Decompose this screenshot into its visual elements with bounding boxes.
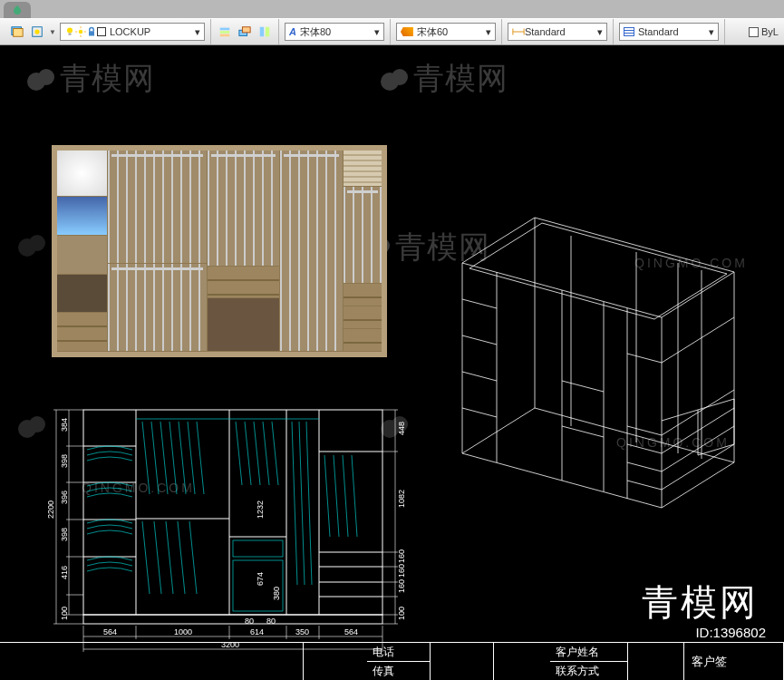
bylayer-toggle[interactable]: ByL xyxy=(749,26,780,37)
lightbulb-icon xyxy=(64,26,75,37)
svg-point-4 xyxy=(67,28,73,34)
textstyle-selector-1[interactable]: A 宋体80 ▾ xyxy=(285,23,384,41)
dim-overall-h: 2200 xyxy=(46,500,55,519)
layer-state-group xyxy=(211,19,279,44)
leaf-icon xyxy=(12,5,23,15)
window-tab-bar xyxy=(0,0,784,18)
svg-text:384: 384 xyxy=(60,418,69,432)
watermark xyxy=(18,227,51,262)
dimstyle-group-2: Standard ▾ xyxy=(614,19,725,44)
textstyle-selector-2[interactable]: 宋体60 ▾ xyxy=(396,23,496,41)
checkbox-icon xyxy=(749,27,759,37)
fax-label: 传真 xyxy=(367,662,431,680)
svg-text:160: 160 xyxy=(397,549,406,563)
drawing-titleblock: 电话 传真 客户姓名 联系方式 客户签 xyxy=(0,642,784,680)
wardrobe-render-image xyxy=(52,145,387,357)
layer-selector[interactable]: LOCKUP ▾ xyxy=(60,23,205,41)
layer-name: LOCKUP xyxy=(110,26,150,37)
contact-label: 联系方式 xyxy=(550,662,628,680)
dimstyle-1-value: Standard xyxy=(525,26,566,37)
svg-text:100: 100 xyxy=(60,607,69,620)
svg-text:416: 416 xyxy=(60,566,69,579)
watermark: 青模网 xyxy=(27,58,155,100)
svg-text:80: 80 xyxy=(245,617,254,626)
svg-rect-11 xyxy=(89,31,94,35)
bylayer-label: ByL xyxy=(761,26,779,37)
chevron-down-icon: ▾ xyxy=(189,26,200,38)
textstyle-icon: A xyxy=(289,26,296,37)
svg-rect-16 xyxy=(242,27,250,33)
brand-logo-large: 青模网 xyxy=(642,578,759,627)
svg-text:1000: 1000 xyxy=(174,627,192,636)
layer-color-swatch xyxy=(97,27,106,36)
dimstyle-selector-2[interactable]: Standard ▾ xyxy=(619,23,719,41)
svg-text:1232: 1232 xyxy=(256,500,265,519)
model-id: ID:1396802 xyxy=(695,625,766,640)
svg-rect-18 xyxy=(266,27,269,37)
drawing-canvas[interactable]: 青模网 青模网 青模网 QINGMO.COM QINGMO.COM QINGMO… xyxy=(0,45,784,680)
svg-text:160: 160 xyxy=(397,579,406,593)
layer-tools-group: ▼ LOCKUP ▾ xyxy=(4,19,211,44)
svg-text:398: 398 xyxy=(60,454,69,468)
wardrobe-elevation-drawing: 2200 384 398 396 398 416 100 448 1082 16… xyxy=(29,392,419,664)
textstyle-group-2: 宋体60 ▾ xyxy=(391,19,502,44)
svg-text:1082: 1082 xyxy=(397,490,406,508)
chevron-down-icon: ▾ xyxy=(480,26,491,38)
textstyle-1-value: 宋体80 xyxy=(300,25,331,39)
layer-match-button[interactable] xyxy=(256,24,273,40)
svg-text:396: 396 xyxy=(60,491,69,504)
chevron-down-icon: ▾ xyxy=(592,26,603,38)
dropdown-caret-icon[interactable]: ▼ xyxy=(49,28,56,36)
svg-text:160: 160 xyxy=(397,564,406,578)
customer-name-label: 客户姓名 xyxy=(550,643,628,661)
svg-point-3 xyxy=(34,29,39,34)
svg-text:80: 80 xyxy=(266,617,276,626)
chevron-down-icon: ▾ xyxy=(703,26,714,38)
svg-text:564: 564 xyxy=(103,627,117,636)
svg-text:448: 448 xyxy=(397,422,406,435)
main-toolbar: ▼ LOCKUP ▾ A 宋体80 ▾ 宋体60 ▾ Stand xyxy=(0,18,784,45)
layer-states-button[interactable] xyxy=(217,24,233,40)
dimstyle-2-value: Standard xyxy=(638,26,679,37)
dimstyle-group-1: Standard ▾ xyxy=(502,19,614,44)
tablestyle-icon xyxy=(624,27,634,36)
sun-icon xyxy=(75,26,86,37)
textstyle-2-value: 宋体60 xyxy=(417,25,448,39)
document-tab[interactable] xyxy=(4,2,31,18)
wardrobe-isometric-wireframe xyxy=(426,154,770,517)
svg-text:350: 350 xyxy=(295,627,309,636)
dimension-icon xyxy=(512,26,525,37)
svg-text:398: 398 xyxy=(60,528,69,541)
dimstyle-selector-1[interactable]: Standard ▾ xyxy=(508,23,607,41)
watermark: 青模网 xyxy=(381,58,508,100)
brush-icon xyxy=(401,27,413,36)
svg-text:380: 380 xyxy=(272,587,281,600)
svg-rect-14 xyxy=(220,34,230,37)
layer-isolate-button[interactable] xyxy=(237,24,253,40)
svg-text:614: 614 xyxy=(250,627,264,636)
svg-text:564: 564 xyxy=(344,627,358,636)
svg-rect-17 xyxy=(260,27,264,37)
layer-filter-button[interactable] xyxy=(29,24,45,40)
chevron-down-icon: ▾ xyxy=(369,26,380,38)
lock-icon xyxy=(86,26,97,37)
svg-text:674: 674 xyxy=(256,572,265,586)
svg-rect-5 xyxy=(68,34,71,35)
layer-properties-button[interactable] xyxy=(9,24,25,40)
svg-rect-12 xyxy=(220,28,230,31)
svg-text:100: 100 xyxy=(397,607,406,620)
svg-rect-36 xyxy=(233,540,283,557)
customer-sign-label: 客户签 xyxy=(684,643,784,680)
svg-point-6 xyxy=(79,30,83,34)
svg-rect-1 xyxy=(14,29,24,37)
svg-rect-13 xyxy=(220,31,230,34)
phone-label: 电话 xyxy=(367,643,431,661)
textstyle-group-1: A 宋体80 ▾ xyxy=(279,19,391,44)
svg-rect-23 xyxy=(83,615,382,624)
